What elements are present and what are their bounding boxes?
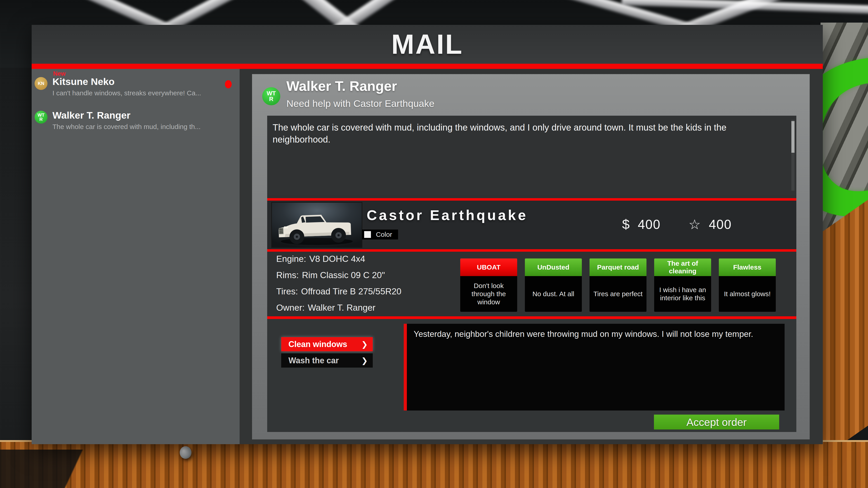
chevron-right-icon: ❯ bbox=[362, 340, 368, 349]
email-list-item-walker-t-ranger[interactable]: WT R Walker T. Ranger The whole car is c… bbox=[32, 104, 240, 138]
avatar: WT R bbox=[262, 87, 280, 105]
avatar-initials: WT R bbox=[265, 91, 278, 102]
detail-sender-name: Walker T. Ranger bbox=[286, 78, 397, 94]
spec-engine: Engine:V8 DOHC 4x4 bbox=[276, 254, 401, 270]
perk-badge-art-of-cleaning: The art of cleaning I wish i have an int… bbox=[654, 258, 711, 312]
email-sender-name: Walker T. Ranger bbox=[53, 110, 130, 121]
price-value: 400 bbox=[638, 217, 660, 232]
spec-rims: Rims:Rim Classic 09 C 20" bbox=[276, 270, 401, 287]
main-area: WT R Walker T. Ranger Need help with Cas… bbox=[240, 69, 823, 444]
email-sender-name: Kitsune Neko bbox=[53, 76, 115, 87]
car-details-row: Engine:V8 DOHC 4x4 Rims:Rim Classic 09 C… bbox=[267, 252, 796, 316]
chevron-right-icon: ❯ bbox=[362, 356, 368, 365]
color-label: Color bbox=[376, 231, 392, 238]
car-specs: Engine:V8 DOHC 4x4 Rims:Rim Classic 09 C… bbox=[276, 254, 401, 319]
cabinet-knob bbox=[180, 446, 191, 459]
screen: G MAIL New KN Kitsune Neko I can't handl… bbox=[0, 0, 868, 488]
scrollbar[interactable] bbox=[792, 120, 795, 191]
unread-dot-icon bbox=[225, 80, 232, 88]
note-text: Yesterday, neighbor's children were thro… bbox=[414, 329, 753, 339]
background-wall-left bbox=[0, 68, 34, 452]
price-money: $ 400 bbox=[622, 217, 660, 232]
reputation-value: 400 bbox=[709, 217, 732, 232]
perk-badge-parquet-road: Parquet road Tires are perfect bbox=[590, 258, 647, 312]
email-preview: I can't handle windows, streaks everywhe… bbox=[53, 89, 201, 97]
page-title: MAIL bbox=[391, 29, 463, 60]
price-reputation: ☆ 400 bbox=[688, 217, 732, 232]
avatar-initials: WT R bbox=[36, 113, 46, 122]
message-text: The whole car is covered with mud, inclu… bbox=[267, 116, 796, 145]
mail-header: MAIL bbox=[32, 25, 823, 64]
avatar: WT R bbox=[35, 111, 48, 124]
avatar: KN bbox=[35, 77, 48, 90]
message-body: The whole car is covered with mud, inclu… bbox=[267, 116, 796, 195]
note-field[interactable]: Yesterday, neighbor's children were thro… bbox=[404, 324, 784, 411]
star-icon: ☆ bbox=[688, 217, 701, 232]
email-list: New KN Kitsune Neko I can't handle windo… bbox=[32, 69, 240, 444]
section-divider bbox=[267, 316, 796, 319]
detail-subject: Need help with Castor Earthquake bbox=[286, 98, 434, 109]
task-list: Clean windows ❯ Wash the car ❯ bbox=[281, 337, 373, 369]
avatar-initials: KN bbox=[36, 81, 46, 86]
perk-badge-uboat: UBOAT Don't look through the window bbox=[460, 258, 517, 312]
shadow bbox=[0, 450, 118, 488]
email-preview: The whole car is covered with mud, inclu… bbox=[53, 123, 200, 131]
perk-badge-undusted: UnDusted No dust. At all bbox=[525, 258, 582, 312]
perk-badge-flawless: Flawless It almost glows! bbox=[719, 258, 776, 312]
color-chip: Color bbox=[362, 230, 398, 239]
scrollbar-thumb[interactable] bbox=[792, 121, 795, 153]
car-card: Castor Earthquake Color $ 400 ☆ 400 bbox=[267, 198, 796, 252]
accept-order-button[interactable]: Accept order bbox=[654, 415, 779, 429]
car-image bbox=[272, 203, 362, 247]
wood-cabinet-bottom bbox=[0, 440, 868, 488]
mail-window: MAIL New KN Kitsune Neko I can't handle … bbox=[32, 25, 823, 444]
spec-tires: Tires:Offroad Tire B 275/55R20 bbox=[276, 287, 401, 303]
detail-content: The whole car is covered with mud, inclu… bbox=[267, 116, 796, 432]
perk-badges: UBOAT Don't look through the window UnDu… bbox=[460, 258, 776, 312]
task-wash-the-car-button[interactable]: Wash the car ❯ bbox=[281, 353, 373, 367]
car-name: Castor Earthquake bbox=[367, 207, 528, 223]
tasks-area: Clean windows ❯ Wash the car ❯ Yesterday… bbox=[267, 319, 796, 432]
color-swatch-icon bbox=[364, 231, 371, 238]
email-list-item-kitsune-neko[interactable]: New KN Kitsune Neko I can't handle windo… bbox=[32, 70, 240, 104]
pickup-truck-illustration bbox=[272, 203, 362, 247]
email-detail-panel: WT R Walker T. Ranger Need help with Cas… bbox=[252, 74, 810, 440]
task-clean-windows-button[interactable]: Clean windows ❯ bbox=[281, 337, 373, 351]
header-divider bbox=[32, 64, 823, 69]
dollar-icon: $ bbox=[622, 217, 629, 232]
